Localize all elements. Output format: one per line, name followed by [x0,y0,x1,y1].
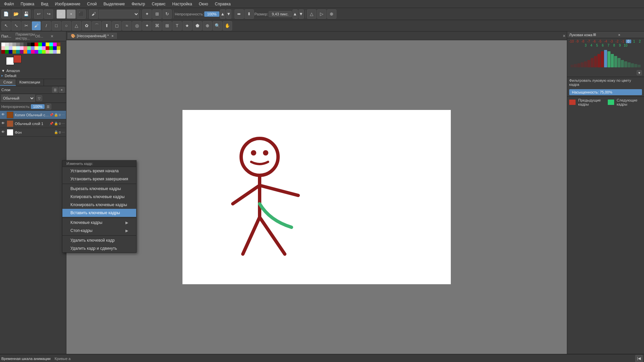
layer-eye-copy[interactable]: 👁 [1,113,6,117]
swatch[interactable] [23,46,27,50]
swatch[interactable] [5,46,9,50]
fg-color-box[interactable] [13,55,21,63]
mirror-h[interactable]: ⬌ [234,9,244,19]
menu-item-settings[interactable]: Настройка [170,1,195,7]
line-tool[interactable]: / [42,21,51,31]
swatch-yellow[interactable] [46,43,49,46]
layer-close[interactable]: × [59,87,65,93]
canvas-only[interactable]: ⊕ [327,9,336,19]
size-down[interactable]: ▼ [299,9,304,19]
swatch[interactable] [9,46,12,50]
swatch[interactable] [49,46,53,50]
bezier-tool[interactable]: ✿ [82,21,91,31]
swatch[interactable] [38,46,42,50]
swatch[interactable] [20,43,23,46]
ctx-delete-shift[interactable]: Удалить кадр и сдвинуть [62,244,136,252]
os-next-color[interactable] [608,100,614,105]
layer-alpha-normal[interactable]: α [59,122,61,125]
ctx-set-end[interactable]: Установить время завершения [62,175,136,183]
canvas-drawing-area[interactable] [182,110,451,284]
layer-options[interactable]: ☰ [52,87,58,93]
clone-tool[interactable]: ✦ [142,21,152,31]
layer-lock-bg[interactable]: 🔒 [54,130,58,134]
measure-tool[interactable]: ⊞ [162,21,172,31]
dodge-tool[interactable]: ◎ [132,21,142,31]
canvas-close-btn[interactable]: × [563,33,566,39]
swatch[interactable] [16,43,20,46]
save-btn[interactable]: 💾 [21,9,31,19]
ctx-delete-key[interactable]: Удалить ключевой кадр [62,236,136,244]
select-tool[interactable]: ↖ [1,21,11,31]
canvas-content[interactable] [66,40,567,354]
layer-more-copy[interactable]: ⋯ [61,113,65,117]
fill-tool[interactable]: ⬆ [102,21,111,31]
opacity-menu[interactable]: ☰ [45,104,51,110]
menu-item-file[interactable]: Файл [1,1,17,7]
swatch[interactable] [35,46,38,50]
crop-tool[interactable]: ✂ [21,21,31,31]
bg-color-box[interactable] [6,57,14,65]
multi-brush[interactable]: ⊕ [203,21,212,31]
swatch[interactable] [5,43,9,46]
layer-lock-normal[interactable]: 🔒 [54,122,58,125]
swatch[interactable] [12,50,16,54]
layer-item-normal[interactable]: 👁 Обычный слой 1 📌 🔒 α ⋯ [0,119,66,128]
angle-mode[interactable]: △ [307,9,316,19]
assistants-tool[interactable]: ⌘ [152,21,162,31]
brush-preset-btn[interactable]: 🖌 [89,9,98,19]
swatch[interactable] [38,50,42,54]
opacity-down[interactable]: ▼ [226,9,231,19]
canvas-tab-item[interactable]: 🎨 [Несохранённый] * × [68,33,117,39]
fgbg-btn[interactable]: ⬛ [76,9,86,19]
undo-btn[interactable]: ↩ [34,9,43,19]
zoom-tool[interactable]: 🔍 [213,21,222,31]
poly-tool[interactable]: △ [72,21,81,31]
pan-tool[interactable]: ✋ [223,21,232,31]
swatch-cyan[interactable] [49,43,53,46]
menu-item-filter[interactable]: Фильтр [129,1,148,7]
menu-item-image[interactable]: Изображение [52,1,83,7]
menu-item-select[interactable]: Выделение [101,1,128,7]
layer-more-normal[interactable]: ⋯ [61,122,65,125]
text-tool[interactable]: T [172,21,182,31]
open-btn[interactable]: 📂 [11,9,21,19]
ctx-set-start[interactable]: Установить время начала [62,167,136,175]
swatch[interactable] [49,50,53,54]
swatch[interactable] [23,43,27,46]
layer-alpha-bg[interactable]: α [59,130,61,134]
opacity-value[interactable]: 100% [204,11,219,17]
swatch[interactable] [42,46,46,50]
swatch-blue[interactable] [42,43,46,46]
swatch[interactable] [20,46,23,50]
path-tool[interactable]: ⌒ [92,21,101,31]
swatch[interactable] [31,50,35,54]
size-value[interactable]: 9,43 пикс. [269,11,291,17]
palette-close[interactable]: × [51,34,65,39]
swatch[interactable] [9,43,12,46]
layer-pin-normal[interactable]: 📌 [49,122,53,125]
tab-layers[interactable]: Слои [0,79,16,86]
refresh-btn[interactable]: ↻ [162,9,172,19]
smudge-tool[interactable]: ≈ [122,21,131,31]
layer-alpha-copy[interactable]: α [59,113,61,117]
swatch[interactable] [53,50,57,54]
swatch[interactable] [9,50,12,54]
redo-btn[interactable]: ↪ [44,9,53,19]
swatch[interactable] [1,46,5,50]
opacity-row-value[interactable]: 100% [31,104,44,109]
ctx-paste-keys[interactable]: Вставить ключевые кадры [62,209,136,217]
ctx-keyframes[interactable]: Ключевые кадры ▶ [62,219,136,227]
layer-blend-mode[interactable]: Обычный [1,95,35,102]
swatch[interactable] [16,50,20,54]
swatch[interactable] [42,50,46,54]
ctx-copy-keys[interactable]: Копировать ключевые кадры [62,193,136,201]
swatch[interactable] [27,43,31,46]
blend-mode-select[interactable]: Обычный [99,10,139,18]
swatch[interactable] [53,46,57,50]
mirror-v[interactable]: ⬍ [245,9,254,19]
new-btn[interactable]: 📄 [1,9,11,19]
pattern-btn[interactable]: ⊞ [152,9,162,19]
swatch[interactable] [57,50,60,54]
tab-compositions[interactable]: Композиции [16,79,44,86]
swatch[interactable] [27,46,31,50]
